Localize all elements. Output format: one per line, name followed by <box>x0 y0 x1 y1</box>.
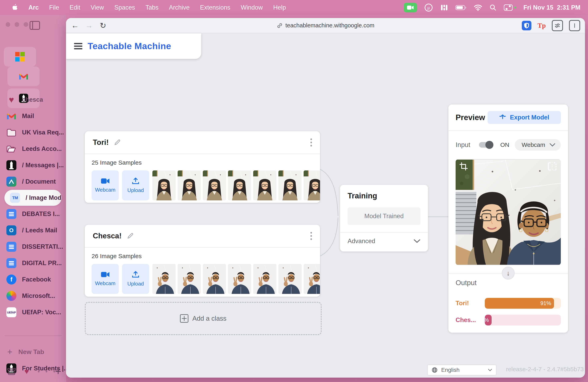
space-heart-icon[interactable]: ♥ <box>24 367 29 376</box>
sidebar-item-facebook[interactable]: f Facebook <box>0 271 66 288</box>
edit-pencil-icon[interactable] <box>114 139 121 146</box>
library-icon[interactable] <box>7 367 16 375</box>
upload-icon <box>132 178 139 184</box>
sample-thumbnail <box>253 171 276 200</box>
edit-pencil-icon[interactable] <box>127 232 134 239</box>
stage-manager-icon[interactable] <box>440 4 448 12</box>
menu-bar-clock[interactable]: Fri Nov 152:31 PM <box>524 4 580 11</box>
space-dots[interactable] <box>38 371 55 372</box>
scroll-down-button[interactable]: ↓ <box>502 267 515 280</box>
uefap-icon: UEfAP <box>6 307 17 318</box>
split-view-icon[interactable] <box>569 20 580 31</box>
class-name: Chesca! <box>93 232 122 240</box>
copilot-icon <box>6 290 17 301</box>
upload-button[interactable]: Upload <box>122 171 149 200</box>
class-name: Tori! <box>93 138 109 147</box>
sidebar-item-digital[interactable]: DIGITAL PR... <box>0 255 66 271</box>
input-state: ON <box>500 141 509 148</box>
chevron-down-icon <box>414 239 420 243</box>
sidebar-toggle-icon[interactable] <box>30 21 40 30</box>
extensions-sliders-icon[interactable] <box>552 20 563 31</box>
reload-button[interactable]: ↻ <box>96 21 110 30</box>
address-bar[interactable]: teachablemachine.withgoogle.com <box>277 18 374 33</box>
sample-thumbnails[interactable] <box>152 264 320 294</box>
menu-item-help[interactable]: Help <box>268 4 291 11</box>
language-select[interactable]: English <box>427 365 496 375</box>
site-logo[interactable]: Teachable Machine <box>88 41 171 51</box>
sidebar-item-uefap[interactable]: UEfAP UEfAP: Voc... <box>0 304 66 321</box>
apple-menu-icon[interactable] <box>7 4 23 11</box>
outlook-icon: O <box>6 225 17 236</box>
macos-menu-bar: Arc File Edit View Spaces Tabs Archive E… <box>0 0 588 15</box>
add-class-button[interactable]: Add a class <box>85 302 322 335</box>
pinned-tab-gmail[interactable] <box>7 67 40 86</box>
google-docs-icon <box>6 209 17 219</box>
screen-recording-icon[interactable] <box>404 3 417 12</box>
advanced-toggle[interactable]: Advanced <box>340 232 428 250</box>
output-row-tori: Tori! 91% <box>456 298 561 309</box>
spotlight-search-icon[interactable] <box>489 4 497 11</box>
mu-app-icon[interactable]: μ <box>424 3 433 12</box>
add-space-icon[interactable]: + <box>55 365 61 377</box>
sample-thumbnail <box>278 171 302 200</box>
sample-thumbnail <box>228 171 251 200</box>
sidebar-item-image-model-active[interactable]: TM / Image Mod... <box>4 190 62 206</box>
menu-item-archive[interactable]: Archive <box>164 4 195 11</box>
menu-item-edit[interactable]: Edit <box>64 4 85 11</box>
sample-thumbnail <box>203 264 226 294</box>
sidebar-item-dissertation[interactable]: DISSERTATI... <box>0 239 66 255</box>
model-trained-button[interactable]: Model Trained <box>348 207 420 225</box>
teachable-machine-icon: TM <box>10 192 21 203</box>
forward-button[interactable]: → <box>82 21 96 30</box>
export-model-button[interactable]: Export Model <box>488 111 561 124</box>
webcam-button[interactable]: Webcam <box>92 171 119 200</box>
sidebar-item-debates[interactable]: DEBATES I... <box>0 206 66 222</box>
flip-horizontal-icon[interactable] <box>547 162 559 173</box>
crop-icon[interactable] <box>459 162 470 173</box>
screen: Arc File Edit View Spaces Tabs Archive E… <box>0 0 588 382</box>
menu-item-spaces[interactable]: Spaces <box>109 4 140 11</box>
class-menu-icon[interactable] <box>310 232 312 240</box>
input-source-select[interactable]: Webcam <box>515 139 561 151</box>
hamburger-menu-icon[interactable] <box>74 41 83 51</box>
sidebar-item-leeds-mail[interactable]: O / Leeds Mail <box>0 222 66 239</box>
sidebar-item-mail[interactable]: Mail <box>0 108 66 124</box>
input-toggle[interactable] <box>479 142 492 148</box>
sidebar-item-document[interactable]: / Document <box>0 173 66 190</box>
arc-sidebar: ♥ chesca Mail UK Visa Req... Leeds Acco.… <box>0 15 66 382</box>
menu-item-view[interactable]: View <box>85 4 109 11</box>
upload-button[interactable]: Upload <box>122 264 149 294</box>
wifi-icon[interactable] <box>474 4 482 11</box>
video-camera-icon <box>101 178 109 184</box>
sidebar-item-leeds-acco[interactable]: Leeds Acco... <box>0 141 66 157</box>
sidebar-item-microsoft-copilot[interactable]: Microsoft... <box>0 288 66 304</box>
menu-item-file[interactable]: File <box>44 4 64 11</box>
google-docs-icon <box>6 241 17 252</box>
control-center-icon[interactable] <box>504 4 516 11</box>
webcam-button[interactable]: Webcam <box>92 264 119 294</box>
bitwarden-extension-icon[interactable] <box>522 21 531 30</box>
toucan-extension-icon[interactable]: Tp <box>537 22 546 29</box>
sample-thumbnail <box>203 171 226 200</box>
menu-item-arc[interactable]: Arc <box>23 4 44 11</box>
new-tab-button[interactable]: + New Tab <box>0 344 73 360</box>
window-traffic-lights[interactable] <box>6 22 28 27</box>
menu-item-window[interactable]: Window <box>236 4 268 11</box>
sidebar-item-chesca[interactable]: ♥ chesca <box>0 92 66 108</box>
menu-item-extensions[interactable]: Extensions <box>195 4 236 11</box>
class-menu-icon[interactable] <box>310 138 312 146</box>
battery-icon <box>455 5 467 10</box>
output-row-chesca: Ches... 9% <box>456 315 561 325</box>
sample-thumbnails[interactable] <box>152 171 320 200</box>
folder-icon <box>6 127 17 138</box>
back-button[interactable]: ← <box>68 21 82 30</box>
link-icon <box>277 22 283 29</box>
sidebar-item-uk-visa[interactable]: UK Visa Req... <box>0 124 66 141</box>
upload-icon <box>132 271 139 278</box>
sidebar-item-messages[interactable]: / Messages |... <box>0 157 66 173</box>
pinned-tab-microsoft[interactable] <box>4 47 36 67</box>
menu-item-tabs[interactable]: Tabs <box>140 4 164 11</box>
sample-thumbnail <box>178 171 201 200</box>
webcam-preview <box>456 159 561 265</box>
browser-window: ← → ↻ teachablemachine.withgoogle.com Tp <box>66 18 585 378</box>
